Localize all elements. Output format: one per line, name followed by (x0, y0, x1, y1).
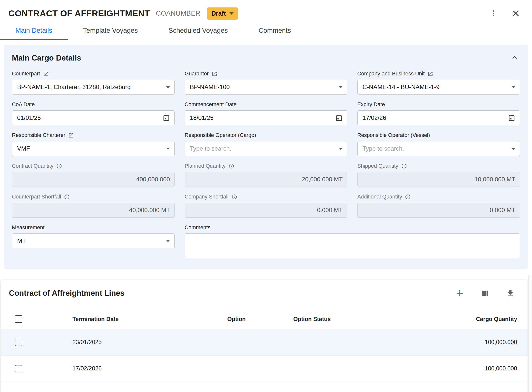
status-badge[interactable]: Draft (207, 7, 238, 20)
info-icon[interactable] (56, 163, 62, 169)
company-shortfall-label: Company Shortfall (185, 193, 347, 200)
label-text: Commencement Date (185, 101, 236, 108)
label-text: Contract Quantity (12, 163, 53, 169)
table-row[interactable]: 17/02/2026 100,000.000 (1, 356, 528, 382)
column-header-option[interactable]: Option (227, 316, 293, 323)
tab-label: Main Details (15, 27, 52, 34)
label-text: Responsible Operator (Vessel) (357, 132, 430, 138)
responsible-operator-cargo-label: Responsible Operator (Cargo) (185, 132, 347, 139)
additional-quantity-label: Additional Quantity (357, 193, 520, 200)
coa-date-field[interactable]: 01/01/25 (12, 110, 175, 125)
responsible-operator-cargo-combobox[interactable] (185, 141, 347, 156)
column-header-termination-date[interactable]: Termination Date (72, 316, 227, 323)
calendar-icon (163, 114, 170, 122)
planned-quantity-field: 20,000.000 MT (185, 172, 347, 187)
table-row[interactable]: 23/01/2025 100,000.000 (1, 329, 528, 356)
external-link-icon[interactable] (212, 71, 217, 77)
tab-main-details[interactable]: Main Details (0, 21, 68, 40)
select-all-checkbox[interactable] (15, 315, 22, 323)
field-responsible-operator-vessel: Responsible Operator (Vessel) (357, 132, 520, 156)
company-business-unit-select[interactable]: C-NAME-14 - BU-NAME-1-9 (357, 80, 520, 95)
calendar-picker-button[interactable] (335, 114, 343, 122)
tab-comments[interactable]: Comments (243, 21, 306, 40)
label-text: Expiry Date (357, 101, 385, 108)
commencement-date-value: 18/01/25 (190, 114, 332, 121)
field-company-shortfall: Company Shortfall 0.000 MT (185, 193, 347, 218)
tab-scheduled-voyages[interactable]: Scheduled Voyages (153, 21, 243, 40)
cell-cargo-quantity: 100,000.000 (422, 365, 517, 372)
tab-template-voyages[interactable]: Template Voyages (68, 21, 153, 40)
field-measurement: Measurement MT (12, 224, 175, 258)
info-icon[interactable] (64, 194, 70, 200)
field-additional-quantity: Additional Quantity 0.000 MT (357, 193, 520, 218)
responsible-operator-vessel-label: Responsible Operator (Vessel) (357, 132, 520, 139)
calendar-picker-button[interactable] (163, 114, 170, 122)
label-text: Responsible Charterer (12, 132, 65, 138)
row-checkbox[interactable] (15, 339, 22, 346)
label-text: Company and Business Unit (357, 71, 425, 77)
commencement-date-field[interactable]: 18/01/25 (185, 110, 347, 125)
counterpart-label: Counterpart (12, 70, 175, 77)
counterpart-select[interactable]: BP-NAME-1, Charterer, 31280, Ratzeburg (12, 80, 175, 95)
counterpart-shortfall-field: 40,000.000 MT (12, 203, 175, 218)
info-icon[interactable] (401, 163, 407, 169)
field-contract-quantity: Contract Quantity 400,000.000 (12, 163, 175, 187)
plus-icon (455, 288, 465, 298)
column-header-option-status[interactable]: Option Status (293, 316, 422, 323)
close-button[interactable] (510, 8, 522, 19)
company-shortfall-value: 0.000 MT (190, 207, 343, 214)
lines-section-title: Contract of Affreightment Lines (9, 289, 125, 298)
label-text: Comments (185, 225, 210, 231)
download-button[interactable] (505, 288, 516, 299)
responsible-operator-vessel-input[interactable] (363, 145, 508, 152)
info-icon[interactable] (232, 194, 237, 200)
lines-actions (454, 288, 516, 299)
field-coa-date: CoA Date 01/01/25 (12, 101, 175, 125)
measurement-select[interactable]: MT (12, 233, 175, 248)
shipped-quantity-field: 10,000.000 MT (357, 172, 520, 187)
info-icon[interactable] (405, 194, 411, 200)
responsible-operator-vessel-combobox[interactable] (357, 141, 520, 156)
caret-down-icon (511, 86, 515, 88)
main-cargo-section: Main Cargo Details Counterpart BP-NAME-1… (4, 45, 528, 269)
field-planned-quantity: Planned Quantity 20,000.000 MT (185, 163, 347, 187)
field-commencement-date: Commencement Date 18/01/25 (185, 101, 347, 125)
cell-termination-date: 17/02/2026 (72, 365, 227, 372)
more-options-button[interactable] (488, 8, 499, 19)
caret-down-icon (166, 240, 170, 242)
contract-quantity-value: 400,000.000 (17, 176, 170, 183)
guarantor-label: Guarantor (185, 70, 347, 77)
row-checkbox[interactable] (15, 365, 22, 372)
expiry-date-field[interactable]: 17/02/26 (357, 110, 520, 125)
collapse-section-button[interactable] (509, 52, 520, 64)
counterpart-shortfall-value: 40,000.000 MT (17, 207, 170, 214)
scrollbar[interactable] (528, 275, 532, 392)
external-link-icon[interactable] (68, 132, 74, 138)
responsible-operator-cargo-input[interactable] (190, 145, 335, 152)
shipped-quantity-label: Shipped Quantity (357, 163, 520, 169)
caret-down-icon (339, 86, 343, 88)
label-text: Guarantor (185, 71, 209, 77)
contract-quantity-field: 400,000.000 (12, 172, 175, 187)
info-icon[interactable] (229, 163, 234, 169)
external-link-icon[interactable] (43, 71, 49, 77)
close-icon (511, 9, 521, 18)
row-checkbox-cell (1, 339, 72, 346)
tab-label: Scheduled Voyages (168, 27, 228, 34)
counterpart-shortfall-label: Counterpart Shortfall (12, 193, 175, 200)
label-text: Planned Quantity (185, 163, 226, 169)
external-link-icon[interactable] (428, 71, 433, 77)
field-guarantor: Guarantor BP-NAME-100 (185, 70, 347, 95)
calendar-icon (508, 114, 515, 122)
calendar-icon (335, 114, 343, 122)
column-header-cargo-quantity[interactable]: Cargo Quantity (422, 316, 517, 323)
calendar-picker-button[interactable] (508, 114, 515, 122)
responsible-charterer-select[interactable]: VMF (12, 141, 175, 156)
download-icon (506, 289, 515, 298)
guarantor-select[interactable]: BP-NAME-100 (185, 80, 347, 95)
comments-textarea[interactable] (185, 233, 520, 258)
cell-termination-date: 23/01/2025 (72, 339, 227, 346)
column-settings-button[interactable] (479, 288, 491, 299)
coa-number-label: COANUMBER (156, 10, 200, 17)
add-line-button[interactable] (454, 288, 466, 299)
